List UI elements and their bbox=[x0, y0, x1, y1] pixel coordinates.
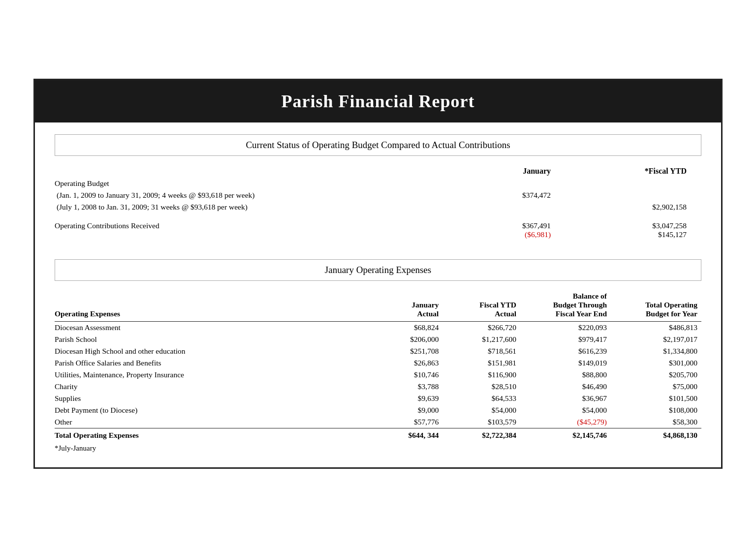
row-total: $101,500 bbox=[611, 393, 701, 404]
expenses-title: January Operating Expenses bbox=[325, 265, 431, 275]
row-bal: $220,093 bbox=[520, 321, 611, 334]
contributions-row: Operating Contributions Received $367,49… bbox=[55, 220, 701, 241]
row-label: Debt Payment (to Diocese) bbox=[55, 404, 378, 416]
row-jan: $206,000 bbox=[378, 334, 442, 345]
expenses-row: Debt Payment (to Diocese) $9,000 $54,000… bbox=[55, 404, 701, 416]
row-bal: $979,417 bbox=[520, 334, 611, 345]
total-jan: $644, 344 bbox=[378, 428, 442, 441]
expenses-row: Supplies $9,639 $64,533 $36,967 $101,500 bbox=[55, 393, 701, 404]
row-bal: $88,800 bbox=[520, 369, 611, 381]
row-total: $108,000 bbox=[611, 404, 701, 416]
row-bal: ($45,279) bbox=[520, 416, 611, 428]
row-label: Diocesan Assessment bbox=[55, 321, 378, 334]
expenses-box: January Operating Expenses bbox=[55, 259, 701, 281]
budget-jan-val bbox=[430, 178, 566, 189]
row-jan: $26,863 bbox=[378, 357, 442, 369]
row-total: $486,813 bbox=[611, 321, 701, 334]
contributions-jan: $367,491 ($6,981) bbox=[430, 220, 566, 241]
footnote: *July-January bbox=[55, 444, 701, 453]
expenses-row: Diocesan Assessment $68,824 $266,720 $22… bbox=[55, 321, 701, 334]
contributions-ytd-diff: $145,127 bbox=[567, 230, 687, 239]
row-ytd: $103,579 bbox=[442, 416, 520, 428]
expenses-header-row: Operating Expenses JanuaryActual Fiscal … bbox=[55, 290, 701, 322]
row-jan: $9,000 bbox=[378, 404, 442, 416]
row-total: $205,700 bbox=[611, 369, 701, 381]
expenses-row: Diocesan High School and other education… bbox=[55, 345, 701, 357]
report-header: Parish Financial Report bbox=[35, 80, 721, 122]
row-bal: $36,967 bbox=[520, 393, 611, 404]
section-spacer bbox=[55, 245, 701, 259]
row-total: $2,197,017 bbox=[611, 334, 701, 345]
row-jan: $3,788 bbox=[378, 381, 442, 393]
row-bal: $149,019 bbox=[520, 357, 611, 369]
total-label: Total Operating Expenses bbox=[55, 428, 378, 441]
row-label: Supplies bbox=[55, 393, 378, 404]
row-jan: $57,776 bbox=[378, 416, 442, 428]
col-ytd-header: *Fiscal YTD bbox=[566, 165, 701, 178]
budget-label: Operating Budget bbox=[55, 178, 430, 189]
budget-ytd-val bbox=[566, 178, 701, 189]
row-ytd: $1,217,600 bbox=[442, 334, 520, 345]
row-bal: $54,000 bbox=[520, 404, 611, 416]
operating-budget-title: Current Status of Operating Budget Compa… bbox=[246, 140, 510, 150]
report-container: Parish Financial Report Current Status o… bbox=[33, 79, 723, 469]
budget-sub1-jan: $374,472 bbox=[430, 189, 566, 201]
budget-sub2-jan bbox=[430, 201, 566, 213]
row-ytd: $54,000 bbox=[442, 404, 520, 416]
row-label: Charity bbox=[55, 381, 378, 393]
total-total: $4,868,130 bbox=[611, 428, 701, 441]
row-label: Parish Office Salaries and Benefits bbox=[55, 357, 378, 369]
row-label: Parish School bbox=[55, 334, 378, 345]
row-jan: $10,746 bbox=[378, 369, 442, 381]
expenses-table: Operating Expenses JanuaryActual Fiscal … bbox=[55, 290, 701, 441]
expenses-row: Parish School $206,000 $1,217,600 $979,4… bbox=[55, 334, 701, 345]
expenses-row: Other $57,776 $103,579 ($45,279) $58,300 bbox=[55, 416, 701, 428]
col-january-header: January bbox=[430, 165, 566, 178]
row-label: Utilities, Maintenance, Property Insuran… bbox=[55, 369, 378, 381]
row-ytd: $266,720 bbox=[442, 321, 520, 334]
contributions-label: Operating Contributions Received bbox=[55, 220, 430, 241]
expenses-row: Parish Office Salaries and Benefits $26,… bbox=[55, 357, 701, 369]
row-jan: $68,824 bbox=[378, 321, 442, 334]
row-ytd: $28,510 bbox=[442, 381, 520, 393]
row-ytd: $64,533 bbox=[442, 393, 520, 404]
row-jan: $251,708 bbox=[378, 345, 442, 357]
total-bal: $2,145,746 bbox=[520, 428, 611, 441]
budget-label-header bbox=[55, 165, 430, 178]
row-total: $1,334,800 bbox=[611, 345, 701, 357]
row-ytd: $151,981 bbox=[442, 357, 520, 369]
row-jan: $9,639 bbox=[378, 393, 442, 404]
row-label: Diocesan High School and other education bbox=[55, 345, 378, 357]
contributions-ytd: $3,047,258 $145,127 bbox=[566, 220, 701, 241]
expenses-section: Operating Expenses JanuaryActual Fiscal … bbox=[55, 290, 701, 453]
budget-sub2-ytd: $2,902,158 bbox=[566, 201, 701, 213]
budget-row-main: Operating Budget bbox=[55, 178, 701, 189]
row-ytd: $718,561 bbox=[442, 345, 520, 357]
expenses-total-header: Total OperatingBudget for Year bbox=[611, 290, 701, 322]
operating-budget-table: January *Fiscal YTD Operating Budget (Ja… bbox=[55, 165, 701, 241]
row-bal: $616,239 bbox=[520, 345, 611, 357]
expenses-row: Charity $3,788 $28,510 $46,490 $75,000 bbox=[55, 381, 701, 393]
expenses-label-header: Operating Expenses bbox=[55, 290, 378, 322]
expenses-total-row: Total Operating Expenses $644, 344 $2,72… bbox=[55, 428, 701, 441]
budget-sub1: (Jan. 1, 2009 to January 31, 2009; 4 wee… bbox=[55, 189, 430, 201]
row-total: $75,000 bbox=[611, 381, 701, 393]
row-bal: $46,490 bbox=[520, 381, 611, 393]
row-total: $58,300 bbox=[611, 416, 701, 428]
budget-row-sub1: (Jan. 1, 2009 to January 31, 2009; 4 wee… bbox=[55, 189, 701, 201]
expenses-jan-header: JanuaryActual bbox=[378, 290, 442, 322]
total-ytd: $2,722,384 bbox=[442, 428, 520, 441]
expenses-row: Utilities, Maintenance, Property Insuran… bbox=[55, 369, 701, 381]
row-total: $301,000 bbox=[611, 357, 701, 369]
contributions-ytd-val: $3,047,258 bbox=[567, 221, 687, 230]
budget-sub1-ytd bbox=[566, 189, 701, 201]
report-body: Current Status of Operating Budget Compa… bbox=[35, 122, 721, 467]
expenses-bal-header: Balance ofBudget ThroughFiscal Year End bbox=[520, 290, 611, 322]
budget-row-sub2: (July 1, 2008 to Jan. 31, 2009; 31 weeks… bbox=[55, 201, 701, 213]
report-title: Parish Financial Report bbox=[45, 91, 711, 112]
contributions-jan-val: $367,491 bbox=[432, 221, 551, 230]
contributions-jan-diff: ($6,981) bbox=[432, 230, 551, 239]
budget-spacer bbox=[55, 213, 701, 220]
operating-budget-box: Current Status of Operating Budget Compa… bbox=[55, 134, 701, 156]
budget-sub2: (July 1, 2008 to Jan. 31, 2009; 31 weeks… bbox=[55, 201, 430, 213]
